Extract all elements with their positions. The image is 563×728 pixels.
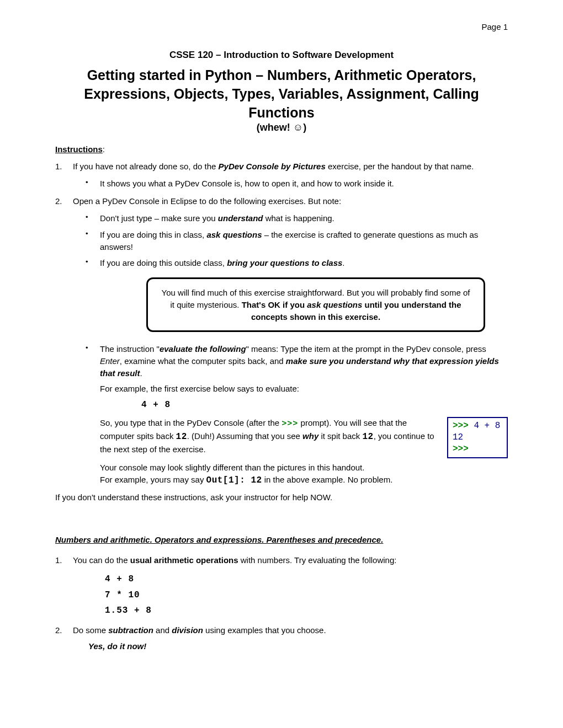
sub-bullet: • It shows you what a PyDev Console is, … — [86, 178, 508, 190]
emphasis: understand — [218, 213, 263, 223]
sub-bullet: • Don't just type – make sure you unders… — [86, 212, 508, 224]
list-number: 1. — [55, 554, 73, 566]
bullet-icon: • — [86, 229, 100, 253]
text: Your console may look slightly different… — [100, 462, 508, 474]
emphasis: Enter — [100, 356, 120, 366]
title-line-1: Getting started in Python – Numbers, Ari… — [87, 67, 476, 83]
ask-instructor-text: If you don't understand these instructio… — [55, 493, 508, 502]
text: . (Duh!) Assuming that you see — [187, 431, 302, 441]
instructions-label: Instructions: — [55, 144, 508, 154]
console-prompt: >>> — [453, 421, 469, 431]
bullet-icon: • — [86, 343, 100, 487]
emphasis: usual arithmetic operations — [130, 555, 238, 565]
emphasis: evaluate the following — [160, 344, 246, 354]
text: . — [140, 368, 142, 378]
text: exercise, per the handout by that name. — [326, 162, 474, 171]
text: using examples that you choose. — [203, 625, 326, 635]
text: If you have not already done so, do the — [73, 162, 219, 171]
text: It shows you what a PyDev Console is, ho… — [100, 178, 508, 190]
bullet-icon: • — [86, 178, 100, 190]
emphasis: subtraction — [108, 625, 153, 635]
main-title: Getting started in Python – Numbers, Ari… — [55, 66, 508, 122]
text: The instruction " — [100, 344, 160, 354]
list-number: 2. — [55, 624, 73, 636]
text: Open a PyDev Console in Eclipse to do th… — [73, 195, 508, 207]
console-result: 12 — [453, 432, 502, 443]
exercise-item-2: 2. Do some subtraction and division usin… — [55, 624, 508, 636]
callout-box: You will find much of this exercise stra… — [146, 277, 485, 332]
code-line: 7 * 10 — [105, 587, 508, 603]
emphasis: division — [172, 625, 203, 635]
emphasis: ask questions — [307, 300, 362, 309]
course-header: CSSE 120 – Introduction to Software Deve… — [55, 50, 508, 61]
console-expression: 4 + 8 — [469, 421, 501, 431]
for-example-label: For example, the first exercise below sa… — [100, 383, 508, 395]
exercise-item-1: 1. You can do the usual arithmetic opera… — [55, 554, 508, 566]
prompt-text: >>> — [282, 419, 298, 429]
whew-subtitle: (whew! ☺) — [55, 122, 508, 133]
page-number: Page 1 — [481, 22, 508, 31]
code-line: 4 + 8 — [105, 571, 508, 587]
bullet-icon: • — [86, 212, 100, 224]
bullet-icon: • — [86, 257, 100, 269]
emphasis: ask questions — [206, 230, 262, 239]
title-line-2: Expressions, Objects, Types, Variables, … — [84, 86, 479, 120]
code-line: 1.53 + 8 — [105, 603, 508, 619]
text: " means: Type the item at the prompt in … — [246, 344, 486, 354]
text: what is happening. — [263, 213, 334, 223]
text: So, you type that in the PyDev Console (… — [100, 418, 282, 427]
section-heading: Numbers and arithmetic. Operators and ex… — [55, 535, 508, 544]
text: Don't just type – make sure you — [100, 213, 218, 223]
sub-bullet: • The instruction "evaluate the followin… — [86, 343, 508, 487]
emphasis: bring your questions to class — [227, 258, 342, 267]
text: For example, yours may say — [100, 475, 206, 484]
emphasis: PyDev Console by Pictures — [219, 162, 326, 171]
code-example: 4 + 8 — [141, 399, 508, 411]
console-prompt: >>> — [453, 443, 502, 455]
sub-bullet: • If you are doing this in class, ask qu… — [86, 229, 508, 253]
text: and — [153, 625, 172, 635]
text: in the above example. No problem. — [262, 475, 393, 484]
text: That's OK if you — [242, 300, 307, 309]
sub-bullet: • If you are doing this outside class, b… — [86, 257, 508, 269]
text: , examine what the computer spits back, … — [120, 356, 286, 366]
console-screenshot: >>> 4 + 8 12 >>> — [447, 417, 508, 458]
emphasis: why — [302, 431, 318, 441]
code-inline: Out[1]: 12 — [206, 475, 262, 485]
list-number: 1. — [55, 160, 73, 172]
code-inline: 12 — [362, 432, 373, 442]
text: it spit back — [318, 431, 362, 441]
instruction-item-2: 2. Open a PyDev Console in Eclipse to do… — [55, 195, 508, 207]
text: If you are doing this in class, — [100, 230, 206, 239]
text: If you are doing this outside class, — [100, 258, 227, 267]
text: Do some — [73, 625, 108, 635]
text: . — [342, 258, 344, 267]
yes-do-it: Yes, do it now! — [88, 641, 508, 651]
instruction-item-1: 1. If you have not already done so, do t… — [55, 160, 508, 172]
text: with numbers. Try evaluating the followi… — [238, 555, 397, 565]
code-inline: 12 — [176, 432, 187, 442]
text: You can do the — [73, 555, 130, 565]
list-number: 2. — [55, 195, 73, 207]
